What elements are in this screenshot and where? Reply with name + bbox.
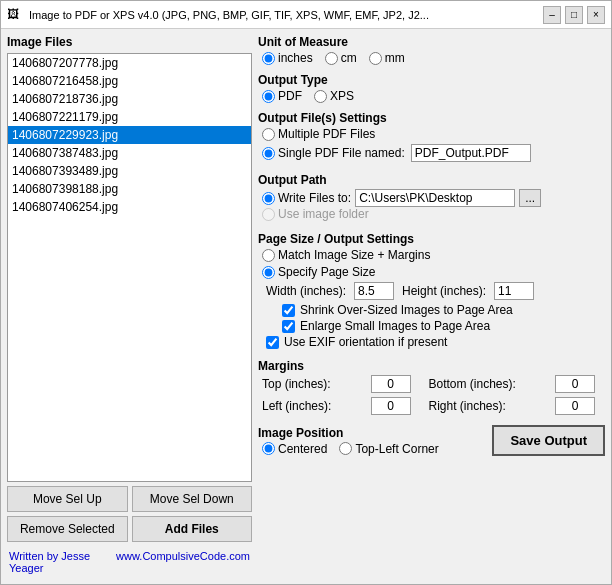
top-left-radio[interactable] [339, 442, 352, 455]
single-pdf-option[interactable]: Single PDF File named: [262, 146, 405, 160]
unit-cm-radio[interactable] [325, 52, 338, 65]
minimize-button[interactable]: – [543, 6, 561, 24]
image-position-label: Image Position [258, 426, 439, 440]
enlarge-label: Enlarge Small Images to Page Area [300, 319, 490, 333]
output-xps-radio[interactable] [314, 90, 327, 103]
specify-page-option[interactable]: Specify Page Size [262, 265, 375, 279]
output-xps-label: XPS [330, 89, 354, 103]
list-item[interactable]: 1406807218736.jpg [8, 90, 251, 108]
main-window: 🖼 Image to PDF or XPS v4.0 (JPG, PNG, BM… [0, 0, 612, 585]
action-buttons-row: Remove Selected Add Files [7, 516, 252, 542]
top-left-label: Top-Left Corner [355, 442, 438, 456]
height-input[interactable] [494, 282, 534, 300]
move-sel-down-button[interactable]: Move Sel Down [132, 486, 253, 512]
margins-label: Margins [258, 359, 605, 373]
enlarge-checkbox[interactable] [282, 320, 295, 333]
margins-grid: Top (inches): Bottom (inches): Left (inc… [258, 375, 605, 415]
bottom-row: Image Position Centered Top-Left Corner … [258, 425, 605, 456]
width-input[interactable] [354, 282, 394, 300]
output-settings: Multiple PDF Files Single PDF File named… [258, 127, 605, 162]
list-item[interactable]: 1406807393489.jpg [8, 162, 251, 180]
output-pdf-radio[interactable] [262, 90, 275, 103]
website-link[interactable]: www.CompulsiveCode.com [116, 550, 250, 574]
unit-inches-radio[interactable] [262, 52, 275, 65]
single-pdf-radio[interactable] [262, 147, 275, 160]
list-item[interactable]: 1406807398188.jpg [8, 180, 251, 198]
multiple-pdf-radio[interactable] [262, 128, 275, 141]
left-margin-input[interactable] [371, 397, 411, 415]
remove-selected-button[interactable]: Remove Selected [7, 516, 128, 542]
maximize-button[interactable]: □ [565, 6, 583, 24]
list-item[interactable]: 1406807216458.jpg [8, 72, 251, 90]
width-label: Width (inches): [266, 284, 346, 298]
exif-row: Use EXIF orientation if present [262, 335, 605, 349]
output-path-input[interactable] [355, 189, 515, 207]
match-image-row: Match Image Size + Margins [262, 248, 605, 262]
unit-mm-radio[interactable] [369, 52, 382, 65]
specify-page-radio[interactable] [262, 266, 275, 279]
window-title: Image to PDF or XPS v4.0 (JPG, PNG, BMP,… [29, 9, 537, 21]
shrink-label: Shrink Over-Sized Images to Page Area [300, 303, 513, 317]
unit-inches-option[interactable]: inches [262, 51, 313, 65]
specify-page-label: Specify Page Size [278, 265, 375, 279]
list-item[interactable]: 1406807221179.jpg [8, 108, 251, 126]
titlebar: 🖼 Image to PDF or XPS v4.0 (JPG, PNG, BM… [1, 1, 611, 29]
move-sel-up-button[interactable]: Move Sel Up [7, 486, 128, 512]
list-item[interactable]: 1406807229923.jpg [8, 126, 251, 144]
list-item[interactable]: 1406807387483.jpg [8, 144, 251, 162]
write-files-option[interactable]: Write Files to: [262, 191, 351, 205]
multiple-pdf-row: Multiple PDF Files [262, 127, 605, 141]
shrink-row: Shrink Over-Sized Images to Page Area [262, 303, 605, 317]
output-path-section: Output Path Write Files to: ... Use [258, 173, 605, 224]
unit-mm-label: mm [385, 51, 405, 65]
output-path-label: Output Path [258, 173, 605, 187]
list-item[interactable]: 1406807207778.jpg [8, 54, 251, 72]
top-left-option[interactable]: Top-Left Corner [339, 442, 438, 456]
output-type-section: Output Type PDF XPS [258, 73, 605, 103]
output-pdf-label: PDF [278, 89, 302, 103]
centered-radio[interactable] [262, 442, 275, 455]
author-link[interactable]: Written by Jesse Yeager [9, 550, 116, 574]
file-list[interactable]: 1406807207778.jpg1406807216458.jpg140680… [7, 53, 252, 482]
use-image-folder-option[interactable]: Use image folder [262, 207, 369, 221]
list-item[interactable]: 1406807406254.jpg [8, 198, 251, 216]
match-image-option[interactable]: Match Image Size + Margins [262, 248, 430, 262]
right-panel: Unit of Measure inches cm mm [258, 35, 605, 578]
output-pdf-option[interactable]: PDF [262, 89, 302, 103]
dimensions-row: Width (inches): Height (inches): [262, 282, 605, 300]
window-controls: – □ × [543, 6, 605, 24]
specify-page-row: Specify Page Size [262, 265, 605, 279]
browse-button[interactable]: ... [519, 189, 541, 207]
unit-mm-option[interactable]: mm [369, 51, 405, 65]
unit-label: Unit of Measure [258, 35, 605, 49]
centered-option[interactable]: Centered [262, 442, 327, 456]
single-pdf-label: Single PDF File named: [278, 146, 405, 160]
write-files-label: Write Files to: [278, 191, 351, 205]
write-files-row: Write Files to: ... [262, 189, 605, 207]
unit-radio-group: inches cm mm [258, 51, 605, 65]
write-files-radio[interactable] [262, 192, 275, 205]
multiple-pdf-option[interactable]: Multiple PDF Files [262, 127, 375, 141]
height-label: Height (inches): [402, 284, 486, 298]
top-margin-input[interactable] [371, 375, 411, 393]
margins-section: Margins Top (inches): Bottom (inches): L… [258, 359, 605, 415]
shrink-checkbox[interactable] [282, 304, 295, 317]
output-xps-option[interactable]: XPS [314, 89, 354, 103]
image-position-radio-group: Centered Top-Left Corner [258, 442, 439, 456]
right-margin-input[interactable] [555, 397, 595, 415]
output-files-section: Output File(s) Settings Multiple PDF Fil… [258, 111, 605, 165]
left-buttons: Move Sel Up Move Sel Down Remove Selecte… [7, 486, 252, 542]
unit-cm-label: cm [341, 51, 357, 65]
save-output-button[interactable]: Save Output [492, 425, 605, 456]
exif-checkbox[interactable] [266, 336, 279, 349]
use-image-folder-radio[interactable] [262, 208, 275, 221]
add-files-button[interactable]: Add Files [132, 516, 253, 542]
multiple-pdf-label: Multiple PDF Files [278, 127, 375, 141]
bottom-margin-input[interactable] [555, 375, 595, 393]
single-pdf-filename[interactable] [411, 144, 531, 162]
image-position-section: Image Position Centered Top-Left Corner [258, 426, 439, 456]
match-image-radio[interactable] [262, 249, 275, 262]
unit-cm-option[interactable]: cm [325, 51, 357, 65]
right-margin-label: Right (inches): [429, 399, 548, 413]
close-button[interactable]: × [587, 6, 605, 24]
